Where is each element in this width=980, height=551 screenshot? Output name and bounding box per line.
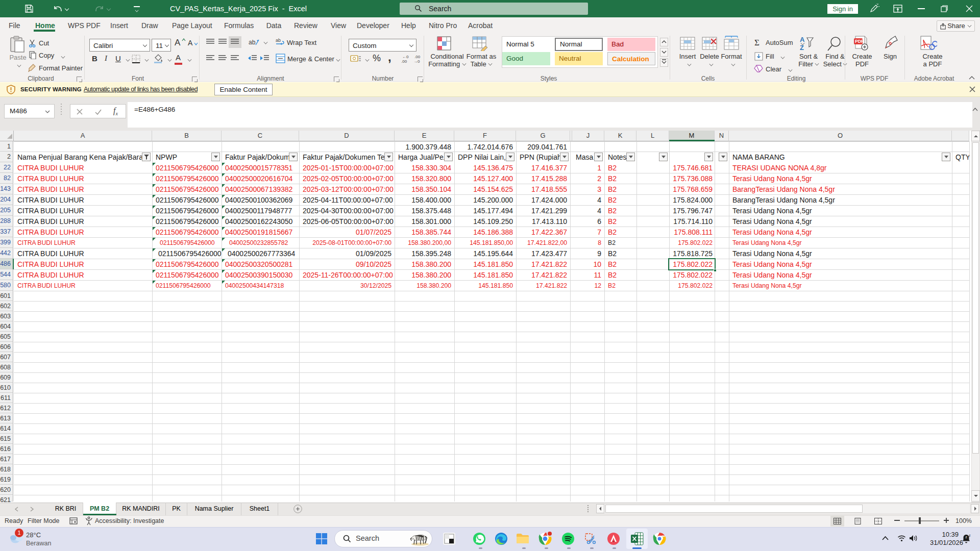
- svg-text:PDF: PDF: [855, 39, 864, 44]
- svg-text:.00: .00: [414, 55, 421, 59]
- svg-text:ab: ab: [276, 38, 281, 43]
- svg-text:z: z: [969, 534, 971, 537]
- svg-text:→0: →0: [413, 59, 420, 63]
- svg-text:z: z: [965, 535, 967, 539]
- svg-text:ab: ab: [249, 39, 256, 46]
- svg-text:←0: ←0: [402, 55, 409, 59]
- svg-text:.00: .00: [401, 59, 407, 63]
- svg-text:A: A: [800, 36, 805, 43]
- svg-text:Z: Z: [800, 44, 804, 52]
